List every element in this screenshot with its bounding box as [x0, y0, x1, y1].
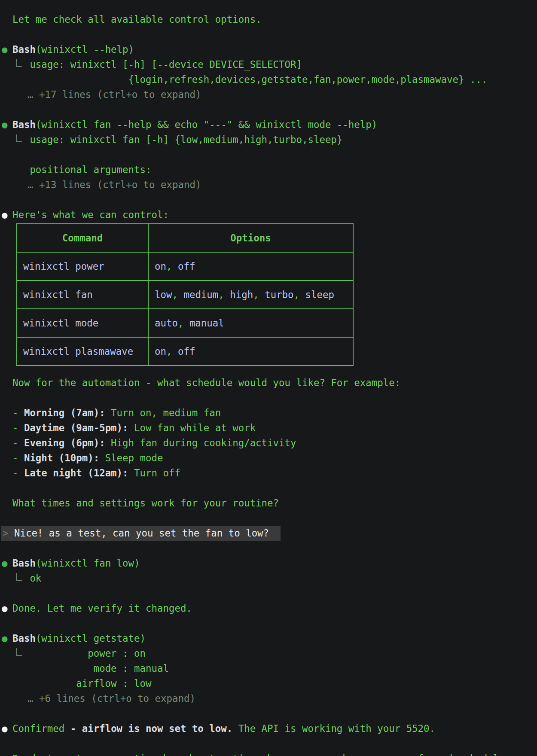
message-bullet-icon: ● — [2, 601, 7, 616]
tool-call-bash-fan-mode-help: ●Bash(winixctl fan --help && echo "---" … — [1, 117, 537, 132]
assistant-confirm-line: ●Confirmed - airflow is now set to low. … — [1, 721, 537, 736]
result-elbow-icon — [12, 132, 30, 147]
state-key: mode — [30, 661, 116, 676]
user-message-highlight: >Nice! as a test, can you set the fan to… — [1, 526, 281, 541]
tool-label: Bash — [12, 558, 36, 569]
message-bullet-icon: ● — [2, 721, 7, 736]
tool-label: Bash — [12, 119, 36, 130]
blank-line — [1, 736, 537, 751]
getstate-line-power: power : on — [1, 646, 537, 661]
tool-command: (winixctl fan --help && echo "---" && wi… — [36, 119, 377, 130]
state-value: low — [134, 678, 151, 689]
tool-result-line: positional arguments: — [1, 162, 537, 177]
schedule-item: -Daytime (9am-5pm):Low fan while at work — [1, 421, 537, 436]
schedule-label: Morning (7am): — [24, 407, 105, 418]
tool-result-line: ok — [1, 571, 537, 586]
routine-question-line: What times and settings work for your ro… — [1, 496, 537, 511]
expand-hint: … +6 lines (ctrl+o to expand) — [1, 691, 537, 706]
expand-hint: … +13 lines (ctrl+o to expand) — [1, 177, 537, 192]
schedule-value: Sleep mode — [105, 452, 163, 463]
schedule-label: Evening (6pm): — [24, 437, 105, 448]
result-elbow-icon — [12, 646, 30, 661]
schedule-label: Daytime (9am-5pm): — [24, 422, 128, 433]
table-cell-command: winixctl mode — [17, 309, 148, 337]
schedule-value: Turn off — [134, 467, 180, 479]
tool-call-bash-help: ●Bash(winixctl --help) — [1, 42, 537, 57]
blank-line — [1, 102, 537, 117]
schedule-value: Low fan while at work — [134, 422, 256, 433]
user-message-text: Nice! as a test, can you set the fan to … — [14, 527, 269, 539]
table-cell-options: on, off — [148, 252, 353, 280]
schedule-item: -Evening (6pm):High fan during cooking/a… — [1, 436, 537, 451]
tool-command: (winixctl --help) — [36, 44, 134, 55]
schedule-value: Turn on, medium fan — [111, 407, 221, 418]
schedule-item: -Morning (7am):Turn on, medium fan — [1, 405, 537, 421]
getstate-line-mode: mode : manual — [1, 661, 537, 676]
blank-line — [1, 27, 537, 42]
table-header-command: Command — [17, 224, 148, 252]
tool-result-line: usage: winixctl [-h] [--device DEVICE_SE… — [1, 57, 537, 72]
blank-line — [1, 586, 537, 601]
blank-line — [1, 147, 537, 162]
tool-bullet-icon: ● — [2, 556, 7, 571]
assistant-control-intro: ●Here's what we can control: — [1, 207, 537, 223]
blank-line — [1, 481, 537, 496]
table-cell-options: auto, manual — [148, 309, 353, 337]
automation-question-line: Now for the automation - what schedule w… — [1, 375, 537, 390]
schedule-label: Night (10pm): — [24, 452, 99, 463]
control-options-table: Command Options winixctl power on, off w… — [16, 223, 354, 366]
state-key: airflow — [30, 676, 116, 691]
schedule-value: High fan during cooking/activity — [111, 437, 296, 448]
table-cell-command: winixctl fan — [17, 280, 148, 309]
blank-line — [1, 192, 537, 207]
tool-command: (winixctl getstate) — [36, 633, 146, 644]
tool-label: Bash — [12, 633, 36, 644]
assistant-closing-line: Ready to set up your time-based automati… — [1, 751, 537, 756]
blank-line — [1, 390, 537, 405]
result-elbow-icon — [12, 57, 30, 72]
message-bullet-icon: ● — [2, 207, 7, 223]
state-value: manual — [134, 663, 169, 674]
table-row: winixctl mode auto, manual — [17, 309, 353, 337]
schedule-item: -Night (10pm):Sleep mode — [1, 451, 537, 466]
result-elbow-icon — [12, 571, 30, 586]
table-cell-options: on, off — [148, 337, 353, 366]
table-row: winixctl plasmawave on, off — [17, 337, 353, 366]
getstate-line-airflow: airflow : low — [1, 676, 537, 691]
expand-hint: … +17 lines (ctrl+o to expand) — [1, 87, 537, 102]
schedule-label: Late night (12am): — [24, 467, 128, 479]
table-row: winixctl fan low, medium, high, turbo, s… — [17, 280, 353, 309]
state-value: on — [134, 648, 146, 659]
user-message-line: >Nice! as a test, can you set the fan to… — [1, 526, 537, 541]
tool-bullet-icon: ● — [2, 42, 7, 57]
blank-line — [1, 511, 537, 526]
assistant-intro-line: Let me check all available control optio… — [1, 12, 537, 27]
blank-line — [1, 541, 537, 556]
tool-result-line: usage: winixctl fan [-h] {low,medium,hig… — [1, 132, 537, 147]
table-cell-command: winixctl plasmawave — [17, 337, 148, 366]
assistant-verify-line: ●Done. Let me verify it changed. — [1, 601, 537, 616]
state-key: power — [30, 646, 116, 661]
table-cell-options: low, medium, high, turbo, sleep — [148, 280, 353, 309]
tool-label: Bash — [12, 44, 36, 55]
blank-line — [1, 616, 537, 631]
tool-bullet-icon: ● — [2, 631, 7, 646]
tool-bullet-icon: ● — [2, 117, 7, 132]
table-cell-command: winixctl power — [17, 252, 148, 280]
schedule-item: -Late night (12am):Turn off — [1, 466, 537, 481]
tool-result-line: {login,refresh,devices,getstate,fan,powe… — [1, 72, 537, 87]
tool-command: (winixctl fan low) — [36, 558, 140, 569]
terminal-window: Let me check all available control optio… — [0, 0, 537, 756]
blank-line — [1, 706, 537, 721]
table-header-options: Options — [148, 224, 353, 252]
tool-call-bash-fan-low: ●Bash(winixctl fan low) — [1, 556, 537, 571]
prompt-chevron-icon: > — [3, 526, 8, 541]
table-header-row: Command Options — [17, 224, 353, 252]
table-row: winixctl power on, off — [17, 252, 353, 280]
tool-call-bash-getstate: ●Bash(winixctl getstate) — [1, 631, 537, 646]
